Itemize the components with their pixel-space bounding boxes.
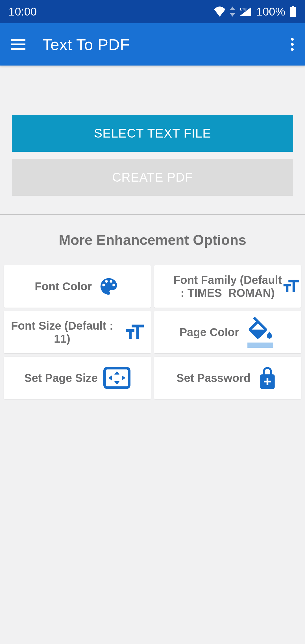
option-label: Page Color [179,326,239,339]
section-title: More Enhancement Options [0,215,305,265]
overflow-menu-icon[interactable] [291,38,294,51]
palette-icon [97,275,120,298]
lock-plus-icon [256,367,279,389]
font-family-option[interactable]: Font Family (Default : TIMES_ROMAN) [154,265,301,308]
wifi-icon [213,6,226,17]
option-label: Set Page Size [24,371,98,384]
svg-rect-3 [247,343,273,348]
battery-icon [290,6,297,17]
set-page-size-option[interactable]: Set Page Size [4,357,151,399]
svg-text:LTE: LTE [240,7,247,11]
font-icon [280,275,301,298]
cellular-icon: LTE [239,6,252,17]
svg-rect-1 [290,7,296,17]
option-label: Font Color [35,280,92,293]
status-icons: LTE 100% [213,5,297,18]
status-bar: 10:00 LTE 100% [0,0,305,23]
set-password-option[interactable]: Set Password [154,357,301,399]
page-size-icon [103,367,130,389]
options-grid: Font Color Font Family (Default : TIMES_… [0,265,305,399]
page-title: Text To PDF [42,35,130,54]
paint-bucket-icon [245,317,276,348]
text-size-icon [123,321,146,343]
battery-percent: 100% [256,5,285,18]
option-label: Font Size (Default : 11) [7,319,117,345]
option-label: Font Family (Default : TIMES_ROMAN) [171,273,284,299]
font-size-option[interactable]: Font Size (Default : 11) [4,311,151,353]
app-bar: Text To PDF [0,23,305,66]
font-color-option[interactable]: Font Color [4,265,151,308]
select-text-file-button[interactable]: SELECT TEXT FILE [12,115,293,152]
lte-arrows-icon [229,6,236,17]
status-time: 10:00 [8,5,37,18]
create-pdf-button: CREATE PDF [12,159,293,196]
action-area: SELECT TEXT FILE CREATE PDF [0,66,305,214]
svg-rect-4 [105,368,129,388]
option-label: Set Password [177,371,250,384]
page-color-option[interactable]: Page Color [154,311,301,353]
svg-rect-2 [292,6,294,7]
hamburger-menu-icon[interactable] [11,39,25,50]
